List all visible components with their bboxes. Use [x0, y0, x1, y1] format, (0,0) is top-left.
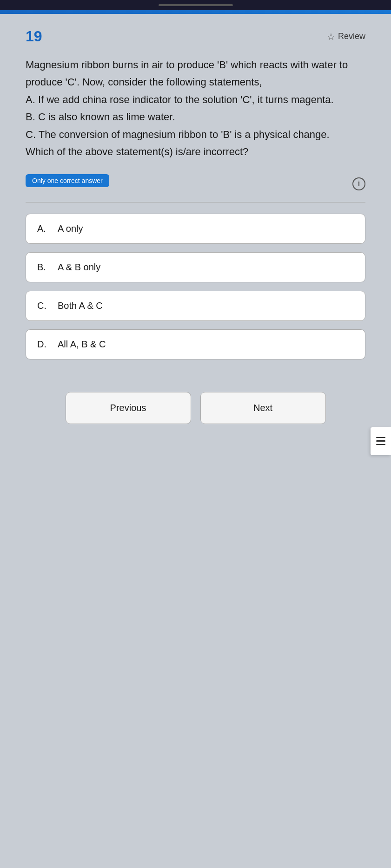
option-d-letter: D. [37, 339, 48, 350]
review-button[interactable]: ☆ Review [327, 31, 365, 42]
next-button[interactable]: Next [200, 392, 326, 424]
review-label: Review [338, 32, 365, 41]
option-c-text: Both A & C [58, 300, 103, 311]
top-bar-line [159, 4, 233, 6]
main-content: 19 ☆ Review Magnesium ribbon burns in ai… [0, 14, 391, 868]
option-b[interactable]: B. A & B only [26, 252, 365, 282]
option-d-text: All A, B & C [58, 339, 106, 350]
option-a-text: A only [58, 223, 83, 234]
top-bar [0, 0, 391, 10]
option-d[interactable]: D. All A, B & C [26, 329, 365, 359]
divider [26, 202, 365, 202]
answer-type-badge: Only one correct answer [26, 174, 109, 187]
option-a[interactable]: A. A only [26, 214, 365, 244]
option-b-letter: B. [37, 262, 48, 273]
option-b-text: A & B only [58, 262, 100, 273]
info-icon[interactable]: i [352, 177, 365, 190]
option-a-letter: A. [37, 223, 48, 234]
answer-type-row: Only one correct answer i [26, 174, 365, 193]
question-text: Magnesium ribbon burns in air to produce… [26, 56, 365, 160]
question-header: 19 ☆ Review [26, 28, 365, 45]
hamburger-line-1 [376, 437, 385, 438]
question-number: 19 [26, 28, 42, 45]
star-icon: ☆ [327, 31, 335, 42]
hamburger-line-2 [376, 440, 385, 442]
hamburger-line-3 [376, 444, 385, 445]
nav-buttons: Previous Next [26, 383, 365, 438]
option-c-letter: C. [37, 300, 48, 311]
hamburger-icon [376, 437, 385, 445]
previous-button[interactable]: Previous [66, 392, 191, 424]
option-c[interactable]: C. Both A & C [26, 291, 365, 321]
options-container: A. A only B. A & B only C. Both A & C D.… [26, 214, 365, 359]
blue-header [0, 10, 391, 14]
sidebar-toggle[interactable] [371, 427, 391, 455]
